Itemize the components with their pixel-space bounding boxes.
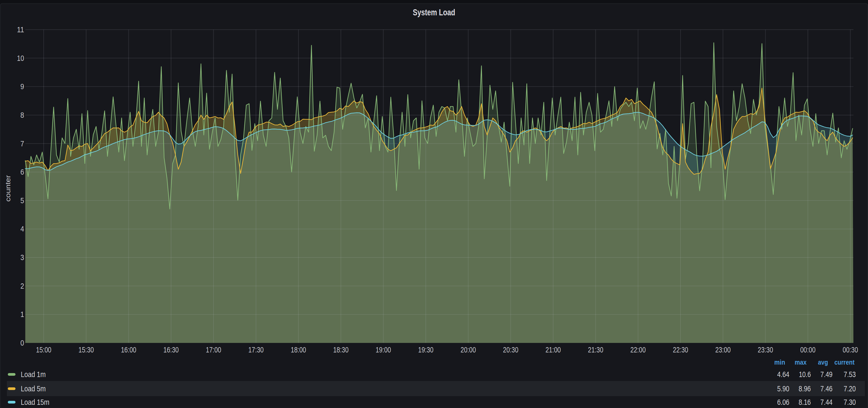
- svg-text:20:00: 20:00: [461, 346, 476, 354]
- svg-text:23:00: 23:00: [715, 346, 731, 354]
- svg-text:15:30: 15:30: [79, 346, 94, 354]
- svg-text:0: 0: [21, 339, 24, 347]
- svg-text:17:00: 17:00: [206, 346, 221, 354]
- svg-text:16:00: 16:00: [121, 346, 136, 354]
- svg-text:7.46: 7.46: [820, 384, 833, 393]
- svg-text:7.20: 7.20: [844, 384, 856, 393]
- svg-text:15:00: 15:00: [36, 346, 51, 354]
- svg-text:5: 5: [21, 196, 24, 205]
- svg-text:7.30: 7.30: [844, 398, 856, 406]
- svg-text:19:30: 19:30: [418, 346, 433, 354]
- svg-text:2: 2: [21, 282, 24, 290]
- svg-text:1: 1: [21, 310, 24, 318]
- svg-text:6: 6: [21, 168, 24, 176]
- svg-text:3: 3: [21, 253, 24, 262]
- svg-text:7.53: 7.53: [844, 370, 856, 379]
- svg-text:7.49: 7.49: [820, 370, 833, 379]
- svg-text:Load 5m: Load 5m: [21, 384, 46, 393]
- svg-text:11: 11: [17, 25, 24, 34]
- svg-text:10.6: 10.6: [799, 370, 811, 379]
- svg-text:System Load: System Load: [413, 7, 455, 17]
- svg-text:counter: counter: [4, 175, 12, 202]
- svg-text:18:30: 18:30: [333, 346, 348, 354]
- svg-text:avg: avg: [818, 358, 828, 366]
- svg-text:8.16: 8.16: [799, 398, 811, 406]
- svg-text:19:00: 19:00: [376, 346, 391, 354]
- svg-text:current: current: [834, 358, 855, 366]
- svg-text:23:30: 23:30: [758, 346, 773, 354]
- svg-text:max: max: [795, 358, 807, 366]
- svg-text:00:00: 00:00: [800, 346, 815, 354]
- svg-text:4: 4: [21, 225, 24, 233]
- svg-text:22:30: 22:30: [673, 346, 688, 354]
- svg-text:20:30: 20:30: [503, 346, 519, 354]
- svg-text:00:30: 00:30: [843, 346, 858, 354]
- svg-text:17:30: 17:30: [248, 346, 264, 354]
- svg-text:6.06: 6.06: [777, 398, 789, 406]
- svg-text:21:00: 21:00: [546, 346, 561, 354]
- svg-text:18:00: 18:00: [291, 346, 306, 354]
- svg-text:4.64: 4.64: [777, 370, 789, 379]
- svg-text:22:00: 22:00: [630, 346, 646, 354]
- svg-text:8.96: 8.96: [799, 384, 811, 393]
- svg-text:21:30: 21:30: [588, 346, 603, 354]
- svg-text:7.44: 7.44: [820, 398, 833, 406]
- svg-text:9: 9: [21, 82, 24, 91]
- svg-text:16:30: 16:30: [163, 346, 179, 354]
- svg-text:8: 8: [21, 111, 24, 119]
- svg-text:Load 15m: Load 15m: [21, 398, 50, 406]
- svg-text:5.90: 5.90: [777, 384, 789, 393]
- svg-text:min: min: [774, 358, 785, 366]
- svg-text:10: 10: [17, 54, 24, 62]
- svg-text:7: 7: [21, 139, 24, 148]
- svg-text:Load 1m: Load 1m: [21, 370, 46, 379]
